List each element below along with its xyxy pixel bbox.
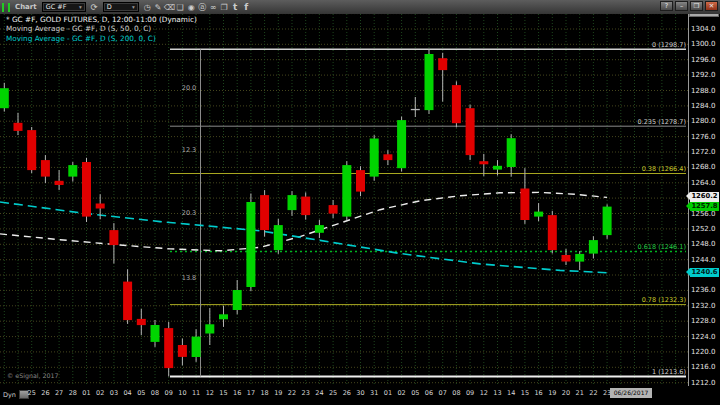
new-window-icon[interactable]: ❐ [219,1,230,14]
candle-body [246,202,255,287]
eraser-icon[interactable]: ⌫ [164,1,175,14]
price-tick-label: 1224.0 [691,333,716,341]
price-tick-label: 1292.0 [691,71,716,79]
price-tick-label: 1296.0 [691,56,716,64]
window-grip-icon[interactable] [2,3,10,12]
chart-window-label: Chart [13,3,39,11]
toolbar-icons: ◷✎⌫❏◉ⓐ∞❐tf [142,1,252,14]
candle-body [274,225,283,250]
price-tick-label: 1304.0 [691,25,716,33]
marker-arrow-icon [686,202,690,210]
symbol-input[interactable]: GC #F ▾ [42,2,86,12]
price-tick-label: 1268.0 [691,163,716,171]
chevron-down-icon: ▾ [132,4,135,10]
price-tick-label: 1264.0 [691,179,716,187]
price-tick-label: 1220.0 [691,348,716,356]
candle-body [205,324,214,333]
draw-pencil-icon[interactable]: ✎ [153,1,164,14]
watermark: © eSignal, 2017 [7,372,59,379]
marker-arrow-icon [686,192,690,200]
price-tick-label: 1228.0 [691,317,716,325]
ma200-price-marker: 1240.6 [690,268,719,278]
fib-distance-label: 20.3 [176,209,202,217]
candle-body [342,165,351,217]
time-frame-icon[interactable]: ◷ [142,1,153,14]
fib-level-label: 0 (1298.7) [652,41,686,49]
candle-body [452,85,461,123]
fib-level-label: 0.78 (1232.3) [642,296,686,304]
fib-distance-label: 12.3 [176,146,202,154]
replay-icon[interactable]: ◉ [186,1,197,14]
fib-distance-label: 20.0 [176,84,202,92]
help-button[interactable]: ? [660,1,673,11]
candle-body [534,212,543,217]
candle-body [562,255,571,262]
interval-value: D [107,3,112,11]
candle-body [96,204,105,209]
candle-body [315,225,324,233]
candle-body [397,120,406,168]
window-controls: ?–❐✕ [660,1,718,11]
interval-select[interactable]: D ▾ [103,2,139,12]
candle-body [14,123,23,131]
candle-body [329,205,338,214]
candle-body [0,88,9,108]
esignal-chart-window: Chart GC #F ▾ ⟳ D ▾ ◷✎⌫❏◉ⓐ∞❐tf ?–❐✕ * GC… [0,0,720,405]
fib-level-label: 1 (1213.6) [652,368,686,376]
candle-body [438,58,447,70]
price-tick-label: 1288.0 [691,87,716,95]
candle-body [370,139,379,177]
restore-button[interactable]: ❐ [690,1,703,11]
refresh-icon[interactable]: ⟳ [89,1,100,14]
chart-plot-area[interactable] [0,0,720,405]
chevron-down-icon: ▾ [79,4,82,10]
candle-body [575,254,584,262]
symbol-value: GC #F [46,3,67,11]
close-button[interactable]: ✕ [705,1,718,11]
twitter-icon[interactable]: t [230,1,241,14]
price-tick-label: 1244.0 [691,256,716,264]
candle-body [55,181,64,185]
price-tick-label: 1284.0 [691,102,716,110]
minimize-button[interactable]: – [675,1,688,11]
candle-body [603,207,612,236]
candle-body [82,162,91,217]
candle-body [41,160,50,177]
fib-distance-label: 13.8 [176,274,202,282]
marker-arrow-icon [686,268,690,276]
last-price-marker: 1257.8 [690,202,719,212]
candle-body [493,166,502,170]
ma50-price-marker: 1260.2 [690,192,719,202]
candle-body [589,240,598,254]
toolbar: Chart GC #F ▾ ⟳ D ▾ ◷✎⌫❏◉ⓐ∞❐tf [0,0,720,14]
dyn-mode-button[interactable]: Dyn [3,391,16,399]
legend-ma50-line: Moving Average - GC #F, D (S, 50, 0, C) [6,24,197,33]
candle-body [288,195,297,210]
candle-body [27,130,36,170]
candle-body [411,109,420,110]
candle-body [233,290,242,310]
candle-body [466,108,475,155]
current-session-date-box: 06/26/2017 [610,388,652,398]
link-icon[interactable]: ∞ [208,1,219,14]
callout-icon[interactable]: ❏ [175,1,186,14]
candle-body [356,170,365,192]
price-tick-label: 1252.0 [691,225,716,233]
price-tick-label: 1300.0 [691,40,716,48]
candle-body [109,230,118,245]
date-axis: Dyn 252627280102030405080910111215161718… [0,386,720,405]
candle-body [137,319,146,325]
annotation-icon[interactable]: ⓐ [197,1,208,14]
fib-level-label: 0.618 (1246.1) [638,243,687,251]
candle-body [192,337,201,357]
candle-body [548,215,557,250]
price-tick-label: 1236.0 [691,286,716,294]
candle-body [219,314,228,319]
candle-body [164,328,173,368]
price-tick-label: 1276.0 [691,133,716,141]
candle-body [123,282,132,321]
candle-body [479,161,488,164]
fib-level-label: 0.38 (1266.4) [642,165,686,173]
facebook-icon[interactable]: f [241,1,252,14]
legend-ma200-line: Moving Average - GC #F, D (S, 200, 0, C) [6,34,197,43]
